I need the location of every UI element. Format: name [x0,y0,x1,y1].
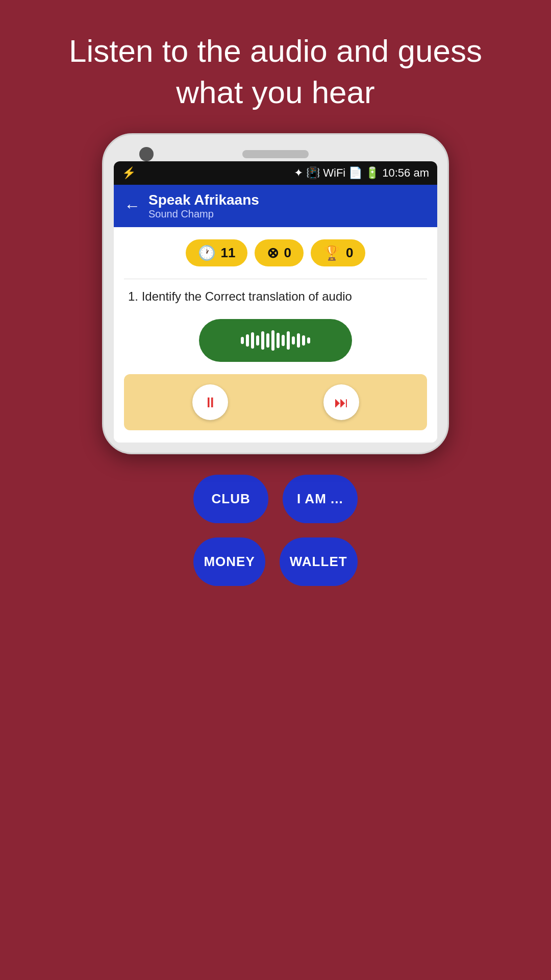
time-display: 10:56 am [382,166,429,180]
answer-club-button[interactable]: CLUB [193,475,268,523]
answer-buttons-section: CLUB I AM ... MONEY WALLET [163,454,388,606]
answer-iam-button[interactable]: I AM ... [283,475,358,523]
errors-badge: ⊗ 0 [255,239,303,266]
phone-top-bar [114,145,437,161]
stats-row: 🕐 11 ⊗ 0 🏆 0 [124,239,427,266]
question-text: 1. Identify the Correct translation of a… [124,289,427,304]
timer-badge: 🕐 11 [186,239,248,266]
pause-button[interactable]: ⏸ [192,384,228,420]
skip-button[interactable]: ⏭ [323,384,359,420]
document-icon: 📄 [348,166,362,180]
clock-icon: 🕐 [198,244,216,261]
close-circle-icon: ⊗ [267,244,279,261]
game-content: 🕐 11 ⊗ 0 🏆 0 1. Identify the Correct tra… [114,227,437,443]
controls-row: ⏸ ⏭ [124,374,427,430]
app-title: Speak Afrikaans [148,192,259,208]
waveform-graphic [241,330,310,351]
trophy-icon: 🏆 [323,244,341,261]
app-subtitle: Sound Champ [148,208,259,220]
answer-wallet-button[interactable]: WALLET [280,537,358,586]
header-text: Listen to the audio and guess what you h… [0,0,551,133]
bluetooth-icon: ✦ [294,166,303,180]
skip-icon: ⏭ [334,394,348,411]
app-bar: ← Speak Afrikaans Sound Champ [114,185,437,227]
errors-value: 0 [284,245,291,261]
answer-row-1: CLUB I AM ... [193,475,357,523]
phone-container: ⚡ ✦ 📳 WiFi 📄 🔋 10:56 am ← Speak Afrikaan… [102,133,449,454]
back-button[interactable]: ← [124,197,140,215]
phone-screen: ⚡ ✦ 📳 WiFi 📄 🔋 10:56 am ← Speak Afrikaan… [114,161,437,443]
score-value: 0 [346,245,353,261]
wifi-icon: WiFi [323,166,345,180]
answer-money-button[interactable]: MONEY [193,537,265,586]
phone-speaker [242,150,309,158]
battery-icon: 🔋 [365,166,379,180]
timer-value: 11 [221,245,236,261]
pause-icon: ⏸ [203,394,217,411]
audio-play-button[interactable] [199,319,352,362]
phone-camera [139,147,154,161]
vibrate-icon: 📳 [306,166,320,180]
answer-row-2: MONEY WALLET [193,537,357,586]
usb-icon: ⚡ [122,166,136,180]
divider [124,279,427,279]
status-bar: ⚡ ✦ 📳 WiFi 📄 🔋 10:56 am [114,161,437,185]
score-badge: 🏆 0 [311,239,365,266]
